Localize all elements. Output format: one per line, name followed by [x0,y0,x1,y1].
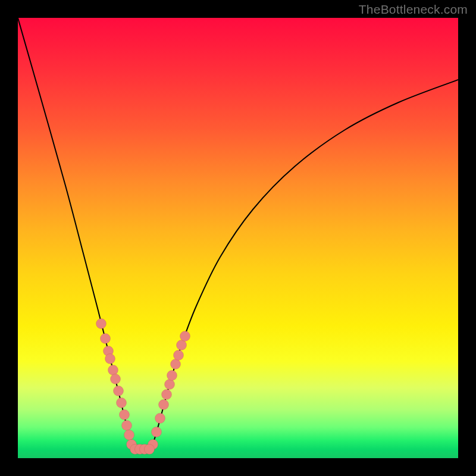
curve-left-branch [18,18,134,449]
data-dot-right [167,371,177,381]
data-dot-left [124,430,134,440]
data-dot-left [111,374,121,384]
data-dot-right [174,350,184,361]
data-dot-right [171,359,181,369]
data-dot-right [152,427,162,437]
data-dot-right [177,340,187,350]
data-dot-right [162,390,172,400]
data-dot-left [122,421,132,431]
data-dot-left [108,365,118,375]
data-dot-right [159,400,169,410]
data-dot-left [101,334,111,344]
data-dot-left [114,386,124,396]
data-dot-left [120,410,130,420]
data-dot-right [165,380,175,390]
plot-area [18,18,458,458]
dot-group [96,319,190,455]
data-dot-left [105,354,115,364]
chart-frame: TheBottleneck.com [0,0,476,476]
data-dot-floor [145,444,155,455]
data-dot-left [96,319,107,329]
data-dot-right [155,414,165,424]
data-dot-left [117,398,127,408]
chart-svg [18,18,458,458]
watermark-text: TheBottleneck.com [359,2,468,17]
data-dot-right [180,331,190,342]
curve-right-branch [151,80,458,449]
